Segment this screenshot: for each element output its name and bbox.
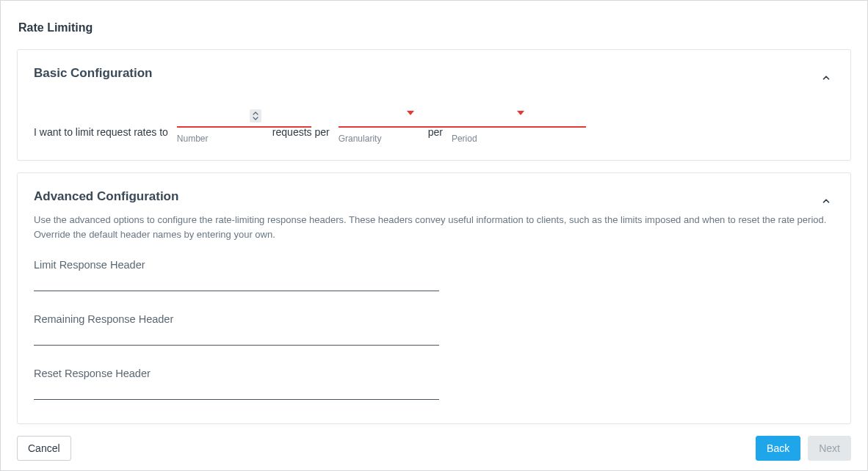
granularity-helper: Granularity [339,134,419,144]
reset-header-input[interactable] [34,384,439,400]
chevron-up-icon [821,73,831,83]
reset-header-label: Reset Response Header [34,368,439,379]
caret-down-icon [516,109,525,117]
advanced-config-card: Advanced Configuration Use the advanced … [17,172,851,424]
stepper-up-down-icon [252,111,259,121]
svg-marker-0 [407,111,414,115]
footer: Cancel Back Next [17,436,851,461]
svg-marker-1 [517,111,524,115]
caret-down-icon [406,109,415,117]
chevron-up-icon [821,196,831,206]
back-button[interactable]: Back [756,436,800,461]
period-dropdown-trigger[interactable] [516,109,525,117]
limit-header-label: Limit Response Header [34,259,439,271]
collapse-advanced-button[interactable] [818,193,834,209]
sentence-requests-per: requests per [272,126,330,144]
advanced-config-title: Advanced Configuration [34,189,178,204]
rate-number-input[interactable] [177,107,311,128]
sentence-per: per [428,126,443,144]
basic-config-title: Basic Configuration [34,66,153,81]
sentence-lead: I want to limit request rates to [34,126,168,144]
collapse-basic-button[interactable] [818,70,834,86]
remaining-header-label: Remaining Response Header [34,313,439,325]
cancel-button[interactable]: Cancel [17,436,71,461]
remaining-header-input[interactable] [34,329,439,346]
number-helper: Number [177,134,264,144]
number-stepper[interactable] [250,109,261,123]
advanced-description: Use the advanced options to configure th… [34,213,834,241]
basic-config-card: Basic Configuration I want to limit requ… [17,49,851,161]
next-button[interactable]: Next [808,436,851,461]
limit-header-input[interactable] [34,275,439,291]
page-title: Rate Limiting [18,21,851,34]
period-helper: Period [452,134,529,144]
granularity-dropdown-trigger[interactable] [406,109,415,117]
